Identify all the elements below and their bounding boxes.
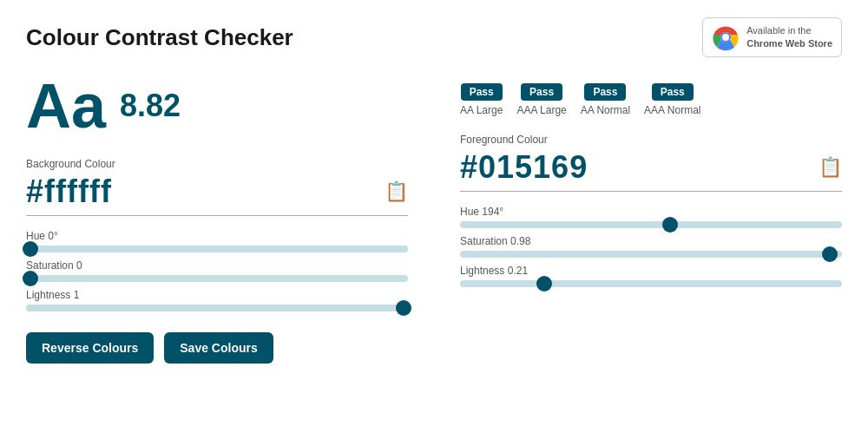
aaa-normal-badge: Pass xyxy=(652,83,694,101)
aaa-large-badge: Pass xyxy=(521,83,562,101)
fg-saturation-track[interactable] xyxy=(460,251,842,258)
background-copy-icon[interactable]: 📋 xyxy=(385,180,408,203)
fg-saturation-label: Saturation 0.98 xyxy=(460,235,842,247)
bg-hue-group: Hue 0° xyxy=(26,230,408,252)
background-colour-hex: #ffffff xyxy=(26,174,112,210)
fg-lightness-group: Lightness 0.21 xyxy=(460,265,842,287)
contrast-ratio: 8.82 xyxy=(120,88,181,124)
aaa-normal-label: AAA Normal xyxy=(644,104,700,116)
aa-normal-label: AA Normal xyxy=(581,104,630,116)
background-colour-row: #ffffff 📋 xyxy=(26,174,408,216)
buttons-section: Reverse Colours Save Colours xyxy=(26,332,408,364)
right-panel: Pass AA Large Pass AAA Large Pass AA Nor… xyxy=(434,75,842,364)
app-title: Colour Contrast Checker xyxy=(26,24,293,51)
fg-hue-group: Hue 194° xyxy=(460,206,842,228)
foreground-colour-label: Foreground Colour xyxy=(460,134,842,146)
bg-saturation-thumb[interactable] xyxy=(23,271,38,286)
fg-hue-track[interactable] xyxy=(460,221,842,228)
aa-normal-badge: Pass xyxy=(584,83,626,101)
fg-saturation-thumb[interactable] xyxy=(822,246,838,262)
badge-aa-large: Pass AA Large xyxy=(460,83,503,116)
foreground-sliders: Hue 194° Saturation 0.98 Lightness 0.21 xyxy=(460,206,842,287)
svg-point-1 xyxy=(722,34,729,41)
app-container: Colour Contrast Checker Available in the… xyxy=(0,0,868,381)
badge-aaa-large: Pass AAA Large xyxy=(516,83,566,116)
bg-hue-label: Hue 0° xyxy=(26,230,408,242)
background-colour-label: Background Colour xyxy=(26,158,408,170)
foreground-colour-hex: #015169 xyxy=(460,149,588,186)
bg-saturation-group: Saturation 0 xyxy=(26,259,408,282)
bg-hue-thumb[interactable] xyxy=(23,241,38,257)
pass-badges: Pass AA Large Pass AAA Large Pass AA Nor… xyxy=(460,83,842,116)
chrome-badge-text: Available in the Chrome Web Store xyxy=(746,24,832,51)
badge-aaa-normal: Pass AAA Normal xyxy=(644,83,700,116)
bg-hue-track[interactable] xyxy=(26,246,408,252)
chrome-logo-icon xyxy=(712,23,740,51)
foreground-copy-icon[interactable]: 📋 xyxy=(819,156,842,179)
bg-saturation-track[interactable] xyxy=(26,275,408,282)
header: Colour Contrast Checker Available in the… xyxy=(26,17,842,57)
bg-saturation-label: Saturation 0 xyxy=(26,259,408,272)
reverse-colours-button[interactable]: Reverse Colours xyxy=(26,332,154,364)
bg-lightness-track[interactable] xyxy=(26,305,408,311)
preview-aa-text: Aa xyxy=(26,75,106,137)
foreground-colour-section: Foreground Colour #015169 📋 xyxy=(460,134,842,192)
aa-large-badge: Pass xyxy=(461,83,503,101)
fg-lightness-track[interactable] xyxy=(460,280,842,287)
bg-lightness-label: Lightness 1 xyxy=(26,289,408,301)
background-sliders: Hue 0° Saturation 0 Lightness 1 xyxy=(26,230,408,311)
foreground-colour-row: #015169 📋 xyxy=(460,149,842,192)
save-colours-button[interactable]: Save Colours xyxy=(164,332,273,364)
chrome-badge: Available in the Chrome Web Store xyxy=(702,17,842,57)
fg-hue-thumb[interactable] xyxy=(662,217,678,233)
aa-large-label: AA Large xyxy=(460,104,503,116)
bg-lightness-group: Lightness 1 xyxy=(26,289,408,311)
main-content: Aa 8.82 Background Colour #ffffff 📋 Hue … xyxy=(26,75,842,364)
fg-hue-label: Hue 194° xyxy=(460,206,842,218)
aaa-large-label: AAA Large xyxy=(516,104,566,116)
background-colour-section: Background Colour #ffffff 📋 xyxy=(26,158,408,216)
fg-saturation-group: Saturation 0.98 xyxy=(460,235,842,258)
fg-lightness-label: Lightness 0.21 xyxy=(460,265,842,277)
badge-aa-normal: Pass AA Normal xyxy=(581,83,630,116)
fg-lightness-thumb[interactable] xyxy=(536,276,552,292)
bg-lightness-thumb[interactable] xyxy=(396,300,411,316)
left-panel: Aa 8.82 Background Colour #ffffff 📋 Hue … xyxy=(26,75,434,364)
preview-section: Aa 8.82 xyxy=(26,75,408,137)
